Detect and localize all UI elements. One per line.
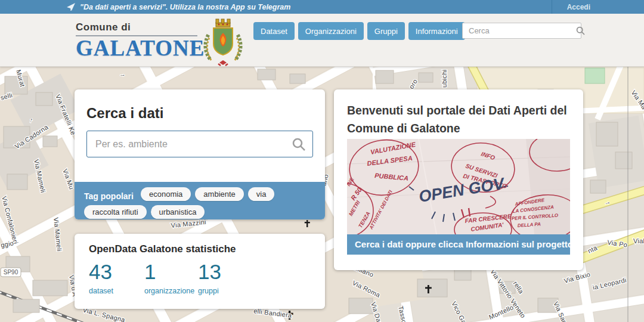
stat-label: gruppi bbox=[198, 287, 221, 295]
road-ref-badge: SP90 bbox=[1, 268, 21, 277]
map-park bbox=[585, 68, 605, 83]
welcome-card: Benvenuti sul portale dei Dati Aperti de… bbox=[334, 89, 583, 270]
login-area: Accedi bbox=[552, 0, 644, 14]
search-icon[interactable] bbox=[292, 137, 306, 154]
tag-economia[interactable]: economia bbox=[141, 187, 191, 201]
photo-caption: Cerca i dati oppure clicca Informazioni … bbox=[347, 234, 570, 255]
search-card-title: Cerca i dati bbox=[86, 105, 313, 122]
stat-value: 43 bbox=[89, 261, 144, 283]
announcement-bar: "Da dati aperti a servizi". Utilizza la … bbox=[0, 0, 644, 14]
site-title: GALATONE bbox=[76, 36, 205, 61]
site-header: Comune di GALATONE bbox=[0, 14, 644, 67]
street-label: ubichi bbox=[441, 69, 448, 88]
stats-card-title: OpenData Galatone statistiche bbox=[89, 243, 311, 255]
dataset-search-input[interactable] bbox=[86, 131, 313, 157]
search-card: Cerca i dati Tag popolarieconomiaambient… bbox=[75, 89, 325, 219]
stat-dataset[interactable]: 43 dataset bbox=[89, 261, 144, 295]
announcement-text: "Da dati aperti a servizi". Utilizza la … bbox=[80, 3, 290, 11]
announcement-link[interactable]: "Da dati aperti a servizi". Utilizza la … bbox=[67, 3, 290, 11]
popular-tags-label: Tag popolari bbox=[84, 189, 134, 203]
tag-ambiente[interactable]: ambiente bbox=[195, 187, 243, 201]
site-logo[interactable]: Comune di GALATONE bbox=[76, 21, 205, 61]
site-pretitle: Comune di bbox=[76, 21, 197, 36]
header-search-box bbox=[462, 23, 581, 39]
svg-text:SP90: SP90 bbox=[4, 269, 18, 275]
header-search-input[interactable] bbox=[463, 26, 576, 35]
stat-value: 1 bbox=[144, 261, 198, 283]
svg-text:→: → bbox=[119, 70, 126, 78]
nav-gruppi-button[interactable]: Gruppi bbox=[367, 22, 405, 40]
stat-organizzazione[interactable]: 1 organizzazione bbox=[144, 261, 198, 295]
paper-plane-icon bbox=[67, 3, 75, 11]
tag-urbanistica[interactable]: urbanistica bbox=[151, 205, 205, 219]
nav-dataset-button[interactable]: Dataset bbox=[253, 22, 295, 40]
search-icon[interactable] bbox=[576, 26, 585, 35]
tag-raccolta-rifiuti[interactable]: raccolta rifiuti bbox=[84, 205, 147, 219]
nav-organizzazioni-button[interactable]: Organizzazioni bbox=[298, 22, 364, 40]
page: → → → → SP90 MuratselliVia Fratelli KeVi… bbox=[0, 0, 644, 322]
stats-card: OpenData Galatone statistiche 43 dataset… bbox=[75, 234, 325, 309]
tag-via[interactable]: via bbox=[248, 187, 275, 201]
stat-gruppi[interactable]: 13 gruppi bbox=[198, 261, 221, 295]
stats-row: 43 dataset 1 organizzazione 13 gruppi bbox=[89, 261, 311, 295]
nav-informazioni-button[interactable]: Informazioni bbox=[408, 22, 465, 40]
dataset-search-box bbox=[86, 131, 313, 157]
street-label: Viale bbox=[633, 237, 644, 244]
stat-label: dataset bbox=[89, 287, 144, 295]
coat-of-arms bbox=[202, 17, 244, 67]
login-link[interactable]: Accedi bbox=[567, 3, 590, 11]
welcome-photo: VALUTAZIONEDELLA SPESAPUBBLICAINFOSU SER… bbox=[347, 139, 570, 234]
stat-value: 13 bbox=[198, 261, 221, 283]
main-nav: Dataset Organizzazioni Gruppi Informazio… bbox=[253, 22, 465, 40]
stat-label: organizzazione bbox=[144, 287, 198, 295]
popular-tags-bar: Tag popolarieconomiaambienteviaraccolta … bbox=[75, 182, 325, 219]
welcome-title: Benvenuti sul portale dei Dati Aperti de… bbox=[347, 101, 570, 137]
